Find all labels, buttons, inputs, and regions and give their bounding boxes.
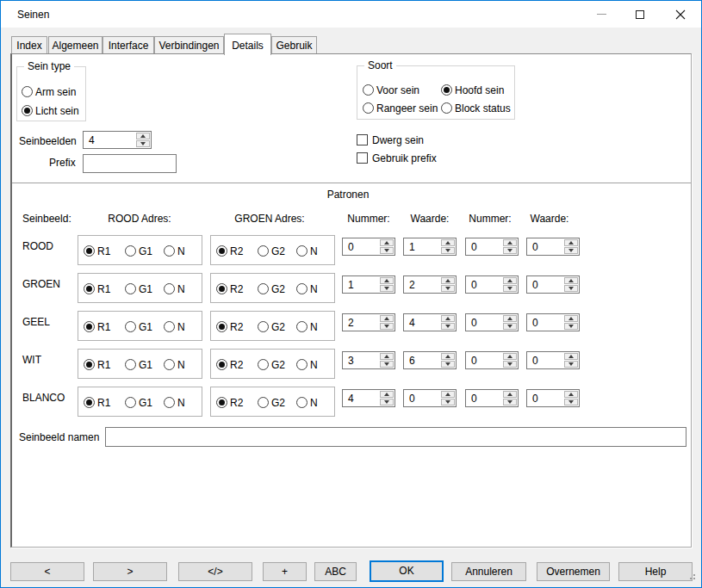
spin-up-button[interactable] (136, 133, 150, 139)
apply-button[interactable]: Overnemen (537, 562, 610, 581)
spin-up-button[interactable] (503, 391, 517, 398)
geel-waarde-2-spinner[interactable]: 0 (526, 313, 580, 331)
geel-r2-radio[interactable] (216, 321, 227, 332)
resize-grip[interactable] (693, 574, 695, 576)
licht-sein-radio[interactable] (22, 105, 33, 116)
code-button[interactable]: </> (178, 562, 252, 581)
wit-waarde-1-spinner[interactable]: 6 (403, 351, 457, 369)
tab-gebruik[interactable]: Gebruik (271, 36, 317, 54)
spin-down-button[interactable] (380, 399, 394, 405)
wit-n-radio[interactable] (296, 359, 308, 370)
spin-down-button[interactable] (503, 285, 517, 292)
spin-up-button[interactable] (380, 353, 394, 360)
spin-up-button[interactable] (503, 239, 517, 246)
geel-g1-radio[interactable] (125, 321, 136, 332)
groen-r1-radio[interactable] (84, 283, 95, 294)
tab-details[interactable]: Details (224, 34, 271, 55)
spin-up-button[interactable] (441, 353, 455, 360)
blanco-r1-radio[interactable] (84, 397, 95, 408)
spin-down-button[interactable] (380, 323, 394, 330)
blanco-n-radio[interactable] (296, 397, 308, 408)
blanco-nummer-2-spinner[interactable]: 0 (465, 389, 519, 407)
spin-up-button[interactable] (564, 391, 578, 398)
ok-button[interactable]: OK (370, 560, 444, 582)
spin-down-button[interactable] (441, 247, 455, 254)
spin-up-button[interactable] (564, 353, 578, 360)
blanco-nummer-1-spinner[interactable]: 4 (342, 389, 395, 407)
prefix-input[interactable] (83, 154, 177, 173)
rood-n-radio[interactable] (296, 245, 308, 257)
maximize-icon[interactable] (636, 10, 644, 19)
spin-down-button[interactable] (136, 140, 150, 147)
spin-down-button[interactable] (380, 247, 394, 254)
spin-up-button[interactable] (441, 391, 455, 398)
wit-n-radio[interactable] (164, 359, 175, 370)
spin-down-button[interactable] (380, 361, 394, 368)
geel-n-radio[interactable] (164, 321, 175, 332)
spin-down-button[interactable] (564, 361, 578, 368)
resize-grip[interactable] (693, 578, 695, 579)
wit-g2-radio[interactable] (258, 359, 269, 370)
blanco-waarde-1-spinner[interactable]: 0 (403, 389, 457, 407)
spin-down-button[interactable] (441, 323, 455, 330)
spin-down-button[interactable] (503, 247, 517, 254)
spin-up-button[interactable] (380, 239, 394, 246)
spin-down-button[interactable] (380, 285, 394, 292)
tab-verbindingen[interactable]: Verbindingen (154, 36, 224, 54)
groen-waarde-1-spinner[interactable]: 2 (403, 275, 457, 294)
blanco-n-radio[interactable] (164, 397, 175, 408)
spin-up-button[interactable] (380, 315, 394, 322)
previous-button[interactable]: < (10, 562, 84, 581)
groen-nummer-2-spinner[interactable]: 0 (465, 275, 519, 294)
spin-up-button[interactable] (503, 315, 517, 322)
rood-g2-radio[interactable] (258, 245, 269, 257)
spin-down-button[interactable] (503, 361, 517, 368)
rood-waarde-1-spinner[interactable]: 1 (403, 238, 457, 256)
geel-nummer-1-spinner[interactable]: 2 (342, 313, 395, 331)
spin-down-button[interactable] (564, 399, 578, 405)
next-button[interactable]: > (93, 562, 167, 581)
minimize-icon[interactable] (597, 14, 606, 15)
spin-down-button[interactable] (503, 399, 517, 405)
tab-index[interactable]: Index (11, 36, 47, 54)
spin-down-button[interactable] (564, 247, 578, 254)
spin-down-button[interactable] (441, 361, 455, 368)
spin-up-button[interactable] (503, 277, 517, 284)
spin-up-button[interactable] (441, 277, 455, 284)
groen-g2-radio[interactable] (258, 283, 269, 294)
rood-g1-radio[interactable] (125, 245, 136, 257)
geel-g2-radio[interactable] (258, 321, 269, 332)
rood-nummer-1-spinner[interactable]: 0 (342, 238, 395, 256)
wit-nummer-2-spinner[interactable]: 0 (465, 351, 519, 369)
dwerg-sein-checkbox[interactable] (357, 134, 368, 145)
spin-down-button[interactable] (441, 399, 455, 405)
voor-sein-radio[interactable] (363, 84, 374, 96)
rood-n-radio[interactable] (164, 245, 175, 257)
spin-up-button[interactable] (564, 239, 578, 246)
groen-r2-radio[interactable] (216, 283, 227, 294)
tab-interface[interactable]: Interface (103, 36, 154, 54)
tab-algemeen[interactable]: Algemeen (48, 36, 103, 54)
arm-sein-radio[interactable] (22, 86, 33, 97)
spin-up-button[interactable] (564, 277, 578, 284)
spin-down-button[interactable] (503, 323, 517, 330)
spin-down-button[interactable] (564, 285, 578, 292)
help-button[interactable]: Help (618, 562, 693, 581)
plus-button[interactable]: + (263, 562, 307, 581)
blanco-r2-radio[interactable] (216, 397, 227, 408)
blanco-g1-radio[interactable] (125, 397, 136, 408)
block-status-radio[interactable] (441, 102, 452, 114)
geel-r1-radio[interactable] (84, 321, 95, 332)
spin-up-button[interactable] (441, 315, 455, 322)
hoofd-sein-radio[interactable] (441, 84, 452, 96)
groen-waarde-2-spinner[interactable]: 0 (526, 275, 580, 294)
groen-nummer-1-spinner[interactable]: 1 (342, 275, 395, 294)
close-icon[interactable] (675, 9, 686, 20)
wit-nummer-1-spinner[interactable]: 3 (342, 351, 395, 369)
rood-r1-radio[interactable] (84, 245, 95, 257)
wit-r1-radio[interactable] (84, 359, 95, 370)
groen-n-radio[interactable] (164, 283, 175, 294)
rood-nummer-2-spinner[interactable]: 0 (465, 238, 519, 256)
seinbeeld-namen-input[interactable] (105, 427, 686, 447)
seinbeelden-spinner[interactable]: 4 (83, 131, 152, 149)
